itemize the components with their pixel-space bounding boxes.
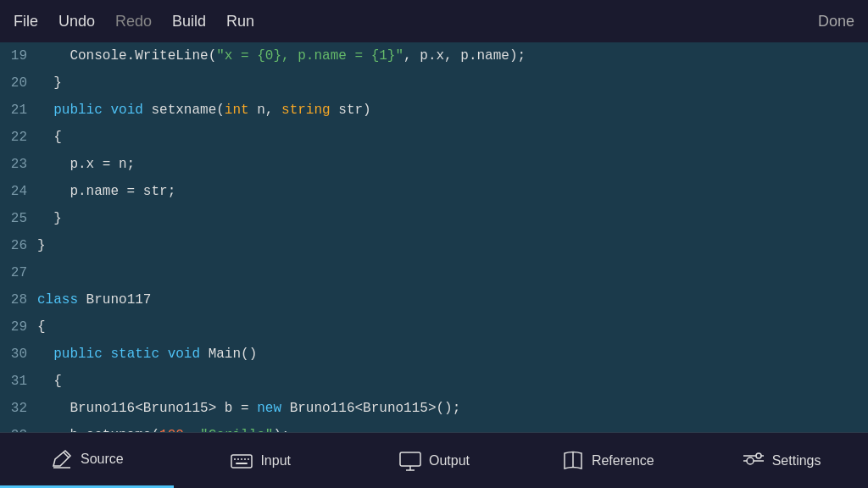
code-line-23: 23 p.x = n; [0, 151, 868, 178]
tab-output-label: Output [429, 453, 470, 469]
menu-build[interactable]: Build [172, 13, 206, 30]
tab-settings[interactable]: Settings [694, 433, 868, 488]
code-line-29: 29 { [0, 313, 868, 341]
code-line-20: 20 } [0, 69, 868, 97]
svg-point-12 [747, 458, 754, 464]
source-icon [50, 447, 74, 471]
code-line-27: 27 [0, 259, 868, 286]
tab-reference-label: Reference [592, 453, 654, 469]
code-line-22: 22 { [0, 124, 868, 151]
menu-redo[interactable]: Redo [115, 13, 152, 30]
code-line-28: 28 class Bruno117 [0, 286, 868, 313]
svg-point-15 [756, 453, 761, 458]
code-line-33: 33 b.setxname(100, "Gorilla"); [0, 422, 868, 432]
tab-reference[interactable]: Reference [520, 433, 694, 488]
input-icon [230, 449, 253, 473]
tab-settings-label: Settings [772, 453, 821, 469]
tab-bar: Source Input Output Reference [0, 432, 868, 488]
code-editor[interactable]: 19 Console.WriteLine("x = {0}, p.name = … [0, 42, 868, 432]
code-line-32: 32 Bruno116<Bruno115> b = new Bruno116<B… [0, 395, 868, 422]
output-icon [398, 449, 422, 473]
tab-input-label: Input [260, 453, 291, 469]
menu-undo[interactable]: Undo [58, 13, 95, 30]
code-line-25: 25 } [0, 205, 868, 232]
svg-rect-8 [400, 452, 420, 466]
menu-bar: File Undo Redo Build Run Done [0, 0, 868, 42]
code-line-21: 21 public void setxname(int n, string st… [0, 97, 868, 124]
code-line-31: 31 { [0, 368, 868, 395]
svg-rect-1 [231, 455, 252, 468]
tab-output[interactable]: Output [348, 433, 521, 488]
menu-run[interactable]: Run [226, 13, 254, 30]
code-line-19: 19 Console.WriteLine("x = {0}, p.name = … [0, 42, 868, 69]
reference-icon [561, 449, 585, 473]
settings-icon [742, 449, 765, 473]
code-line-26: 26 } [0, 232, 868, 259]
tab-input[interactable]: Input [174, 433, 348, 488]
tab-source[interactable]: Source [0, 433, 174, 488]
menu-file[interactable]: File [14, 13, 38, 30]
code-line-24: 24 p.name = str; [0, 178, 868, 205]
menu-done[interactable]: Done [818, 13, 854, 30]
tab-source-label: Source [81, 452, 124, 467]
code-line-30: 30 public static void Main() [0, 341, 868, 368]
